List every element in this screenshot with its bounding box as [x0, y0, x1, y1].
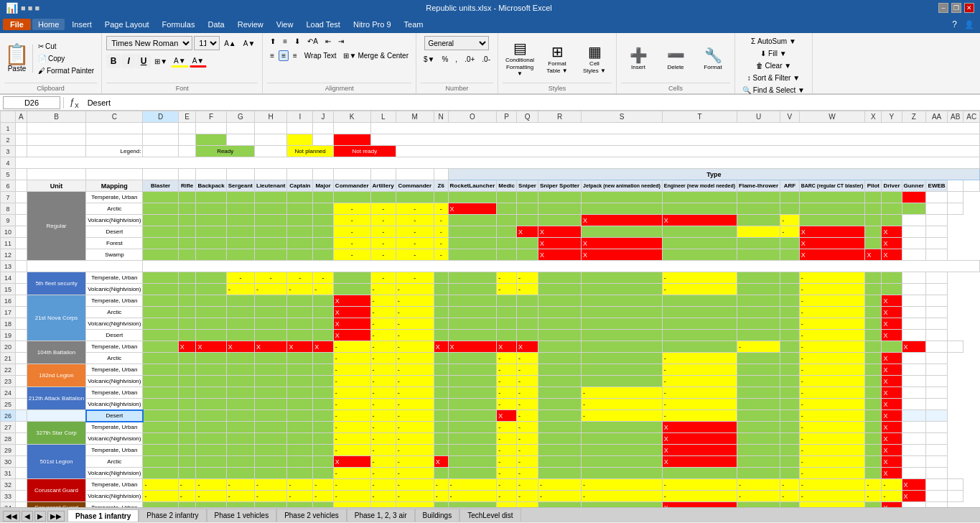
tab-nav-prev[interactable]: ◀: [22, 511, 33, 522]
col-E[interactable]: E: [178, 111, 196, 123]
col-P[interactable]: P: [497, 111, 517, 123]
cell-G1[interactable]: [226, 123, 254, 134]
tab-phase2-infantry[interactable]: Phase 2 infantry: [139, 509, 206, 522]
col-Z[interactable]: Z: [902, 111, 925, 123]
delete-cells-button[interactable]: ➖ Delete: [658, 45, 693, 73]
sort-filter-button[interactable]: ↕ Sort & Filter ▼: [745, 73, 803, 83]
align-right-btn[interactable]: ≡: [290, 50, 300, 61]
col-N[interactable]: N: [434, 111, 448, 123]
tab-buildings[interactable]: Buildings: [415, 509, 460, 522]
conditional-formatting-button[interactable]: ▤ ConditionalFormatting ▼: [503, 37, 537, 80]
col-A[interactable]: A: [16, 111, 27, 123]
bold-button[interactable]: B: [106, 54, 121, 68]
help-icon[interactable]: ?: [949, 19, 960, 29]
menu-file[interactable]: File: [3, 19, 31, 30]
format-table-button[interactable]: ⊞ FormatTable ▼: [540, 41, 574, 76]
text-direction-btn[interactable]: ↶A: [304, 36, 321, 47]
cell-B1[interactable]: [27, 123, 85, 134]
currency-btn[interactable]: $▼: [421, 54, 437, 65]
indent-decrease-btn[interactable]: ⇤: [322, 36, 334, 47]
col-H[interactable]: H: [255, 111, 287, 123]
row-header-2[interactable]: 2: [1, 134, 16, 146]
wrap-text-btn[interactable]: Wrap Text: [302, 50, 340, 61]
col-W[interactable]: W: [799, 111, 865, 123]
account-icon[interactable]: 👤: [961, 20, 977, 29]
close-btn[interactable]: ✕: [964, 3, 974, 13]
underline-button[interactable]: U: [136, 54, 151, 68]
decrease-font-btn[interactable]: A▼: [241, 38, 258, 49]
row-header-1[interactable]: 1: [1, 123, 16, 134]
border-button[interactable]: ⊞▼: [151, 56, 170, 67]
col-I[interactable]: I: [287, 111, 313, 123]
col-U[interactable]: U: [737, 111, 780, 123]
col-AC[interactable]: AC: [963, 111, 980, 123]
format-painter-button[interactable]: 🖌Format Painter: [35, 65, 97, 76]
menu-page-layout[interactable]: Page Layout: [99, 19, 155, 30]
decimal-decrease-btn[interactable]: .0-: [479, 54, 493, 65]
tab-phase1-infantry[interactable]: Phase 1 infantry: [67, 509, 139, 522]
tab-nav-left[interactable]: ◀◀: [3, 511, 20, 522]
cell-L1-rest[interactable]: [370, 123, 979, 134]
col-Q[interactable]: Q: [517, 111, 538, 123]
cell-F1[interactable]: [196, 123, 226, 134]
col-X[interactable]: X: [865, 111, 882, 123]
name-box[interactable]: D26: [3, 96, 60, 109]
align-bottom-btn[interactable]: ⬇: [291, 36, 303, 47]
window-controls[interactable]: – ❐ ✕: [938, 3, 974, 13]
copy-button[interactable]: 📄Copy: [35, 53, 97, 64]
col-F[interactable]: F: [196, 111, 226, 123]
col-B[interactable]: B: [27, 111, 85, 123]
selected-cell-D26[interactable]: Desert: [86, 410, 143, 422]
font-size-select[interactable]: 11: [194, 36, 220, 50]
cut-button[interactable]: ✂Cut: [35, 41, 97, 52]
col-R[interactable]: R: [538, 111, 581, 123]
menu-data[interactable]: Data: [202, 19, 230, 30]
tab-tech-level[interactable]: TechLevel dist: [459, 509, 521, 522]
percent-btn[interactable]: %: [439, 54, 451, 65]
find-select-button[interactable]: 🔍 Find & Select ▼: [739, 85, 808, 96]
indent-increase-btn[interactable]: ⇥: [335, 36, 347, 47]
font-name-select[interactable]: Times New Roman: [106, 36, 192, 50]
col-D[interactable]: D: [143, 111, 178, 123]
cell-J1[interactable]: [313, 123, 334, 134]
tab-phase2-vehicles[interactable]: Phase 2 vehicles: [276, 509, 347, 522]
col-V[interactable]: V: [780, 111, 799, 123]
col-AA[interactable]: AA: [925, 111, 947, 123]
tab-nav-next[interactable]: ▶: [34, 511, 46, 522]
col-T[interactable]: T: [662, 111, 737, 123]
col-C[interactable]: C: [86, 111, 143, 123]
col-G[interactable]: G: [226, 111, 254, 123]
cell-styles-button[interactable]: ▦ CellStyles ▼: [577, 41, 612, 76]
cell-K1[interactable]: [333, 123, 370, 134]
number-format-select[interactable]: General: [424, 36, 489, 50]
insert-cells-button[interactable]: ➕ Insert: [621, 45, 655, 73]
tab-phase-air[interactable]: Phase 1, 2, 3 air: [347, 509, 415, 522]
row-header-3[interactable]: 3: [1, 146, 16, 157]
cell-H1[interactable]: [255, 123, 287, 134]
cell-C1[interactable]: [86, 123, 143, 134]
autosum-button[interactable]: Σ AutoSum ▼: [748, 36, 799, 47]
fill-color-button[interactable]: A▼: [171, 55, 189, 68]
increase-font-btn[interactable]: A▲: [221, 38, 239, 49]
italic-button[interactable]: I: [121, 54, 136, 68]
align-middle-btn[interactable]: ≡: [280, 36, 290, 47]
col-O[interactable]: O: [448, 111, 497, 123]
sheet-wrapper[interactable]: A B C D E F G H I J K L M N O P Q: [0, 111, 980, 507]
cell-E1[interactable]: [178, 123, 196, 134]
font-color-button[interactable]: A▼: [190, 55, 207, 68]
formula-input[interactable]: Desert: [85, 96, 977, 109]
col-M[interactable]: M: [396, 111, 434, 123]
cell-A1[interactable]: [16, 123, 27, 134]
menu-load-test[interactable]: Load Test: [300, 19, 346, 30]
menu-view[interactable]: View: [271, 19, 299, 30]
menu-insert[interactable]: Insert: [66, 19, 98, 30]
col-S[interactable]: S: [582, 111, 663, 123]
col-J[interactable]: J: [313, 111, 334, 123]
menu-team[interactable]: Team: [398, 19, 429, 30]
menu-nitro[interactable]: Nitro Pro 9: [347, 19, 397, 30]
col-Y[interactable]: Y: [882, 111, 902, 123]
clear-button[interactable]: 🗑 Clear ▼: [753, 60, 794, 71]
col-AB[interactable]: AB: [948, 111, 963, 123]
fill-button[interactable]: ⬇ Fill ▼: [757, 48, 789, 59]
format-cells-button[interactable]: 🔧 Format: [696, 45, 730, 73]
